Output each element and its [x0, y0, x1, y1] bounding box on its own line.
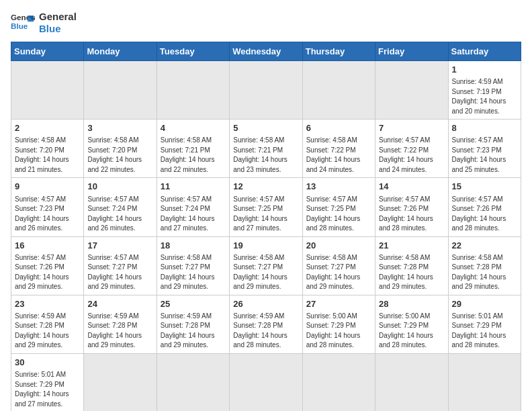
- day-info: Sunrise: 4:58 AM Sunset: 7:20 PM Dayligh…: [87, 136, 152, 175]
- day-info: Sunrise: 4:58 AM Sunset: 7:27 PM Dayligh…: [161, 253, 226, 292]
- day-info: Sunrise: 4:59 AM Sunset: 7:28 PM Dayligh…: [87, 312, 152, 351]
- logo-icon: General Blue: [11, 11, 35, 35]
- day-info: Sunrise: 5:01 AM Sunset: 7:29 PM Dayligh…: [452, 312, 517, 351]
- calendar-cell: 3Sunrise: 4:58 AM Sunset: 7:20 PM Daylig…: [84, 120, 157, 178]
- weekday-header-wednesday: Wednesday: [230, 42, 302, 61]
- day-number: 30: [15, 357, 80, 369]
- calendar-cell: 16Sunrise: 4:57 AM Sunset: 7:26 PM Dayli…: [11, 236, 84, 295]
- day-number: 26: [233, 298, 298, 310]
- day-number: 13: [306, 181, 371, 193]
- day-number: 25: [161, 298, 226, 310]
- calendar-cell: 24Sunrise: 4:59 AM Sunset: 7:28 PM Dayli…: [84, 295, 157, 353]
- calendar-cell: 23Sunrise: 4:59 AM Sunset: 7:28 PM Dayli…: [11, 295, 84, 353]
- calendar-cell: 21Sunrise: 4:58 AM Sunset: 7:28 PM Dayli…: [375, 236, 448, 295]
- day-number: 29: [452, 298, 517, 310]
- day-number: 27: [306, 298, 371, 310]
- day-info: Sunrise: 4:59 AM Sunset: 7:19 PM Dayligh…: [452, 77, 517, 116]
- day-info: Sunrise: 4:57 AM Sunset: 7:25 PM Dayligh…: [306, 195, 371, 234]
- day-number: 28: [379, 298, 444, 310]
- calendar-cell: 18Sunrise: 4:58 AM Sunset: 7:27 PM Dayli…: [157, 236, 229, 295]
- day-number: 18: [161, 240, 226, 252]
- calendar-cell: 27Sunrise: 5:00 AM Sunset: 7:29 PM Dayli…: [302, 295, 375, 353]
- calendar-cell: 17Sunrise: 4:57 AM Sunset: 7:27 PM Dayli…: [84, 236, 157, 295]
- calendar-cell: [84, 61, 157, 120]
- day-info: Sunrise: 5:01 AM Sunset: 7:29 PM Dayligh…: [15, 370, 80, 409]
- calendar-cell: [375, 353, 448, 411]
- day-number: 9: [15, 181, 80, 193]
- calendar-cell: 19Sunrise: 4:58 AM Sunset: 7:27 PM Dayli…: [230, 236, 302, 295]
- day-number: 23: [15, 298, 80, 310]
- day-info: Sunrise: 4:57 AM Sunset: 7:24 PM Dayligh…: [87, 195, 152, 234]
- calendar-week-row: 16Sunrise: 4:57 AM Sunset: 7:26 PM Dayli…: [11, 236, 521, 295]
- calendar-week-row: 23Sunrise: 4:59 AM Sunset: 7:28 PM Dayli…: [11, 295, 521, 353]
- calendar-cell: 29Sunrise: 5:01 AM Sunset: 7:29 PM Dayli…: [448, 295, 521, 353]
- day-number: 16: [15, 240, 80, 252]
- day-number: 7: [379, 122, 444, 134]
- calendar-cell: 25Sunrise: 4:59 AM Sunset: 7:28 PM Dayli…: [157, 295, 229, 353]
- weekday-header-thursday: Thursday: [302, 42, 375, 61]
- day-number: 14: [379, 181, 444, 193]
- logo-blue-text: Blue: [39, 23, 77, 35]
- day-number: 22: [452, 240, 517, 252]
- day-number: 20: [306, 240, 371, 252]
- day-info: Sunrise: 4:58 AM Sunset: 7:21 PM Dayligh…: [161, 136, 226, 175]
- calendar-table: SundayMondayTuesdayWednesdayThursdayFrid…: [11, 42, 521, 411]
- calendar-week-row: 30Sunrise: 5:01 AM Sunset: 7:29 PM Dayli…: [11, 353, 521, 411]
- day-number: 5: [233, 122, 298, 134]
- calendar-cell: 30Sunrise: 5:01 AM Sunset: 7:29 PM Dayli…: [11, 353, 84, 411]
- day-number: 4: [161, 122, 226, 134]
- day-number: 12: [233, 181, 298, 193]
- calendar-cell: 2Sunrise: 4:58 AM Sunset: 7:20 PM Daylig…: [11, 120, 84, 178]
- day-number: 17: [87, 240, 152, 252]
- day-info: Sunrise: 4:57 AM Sunset: 7:26 PM Dayligh…: [15, 253, 80, 292]
- calendar-cell: 13Sunrise: 4:57 AM Sunset: 7:25 PM Dayli…: [302, 178, 375, 236]
- day-info: Sunrise: 4:59 AM Sunset: 7:28 PM Dayligh…: [15, 312, 80, 351]
- calendar-header-row: SundayMondayTuesdayWednesdayThursdayFrid…: [11, 42, 521, 61]
- calendar-cell: 8Sunrise: 4:57 AM Sunset: 7:23 PM Daylig…: [448, 120, 521, 178]
- calendar-cell: [448, 353, 521, 411]
- day-info: Sunrise: 4:57 AM Sunset: 7:26 PM Dayligh…: [379, 195, 444, 234]
- calendar-week-row: 9Sunrise: 4:57 AM Sunset: 7:23 PM Daylig…: [11, 178, 521, 236]
- calendar-cell: 10Sunrise: 4:57 AM Sunset: 7:24 PM Dayli…: [84, 178, 157, 236]
- day-number: 2: [15, 122, 80, 134]
- day-info: Sunrise: 4:58 AM Sunset: 7:27 PM Dayligh…: [233, 253, 298, 292]
- svg-text:Blue: Blue: [11, 21, 28, 30]
- weekday-header-monday: Monday: [84, 42, 157, 61]
- calendar-cell: 4Sunrise: 4:58 AM Sunset: 7:21 PM Daylig…: [157, 120, 229, 178]
- day-info: Sunrise: 4:57 AM Sunset: 7:27 PM Dayligh…: [87, 253, 152, 292]
- day-info: Sunrise: 4:57 AM Sunset: 7:23 PM Dayligh…: [452, 136, 517, 175]
- day-number: 21: [379, 240, 444, 252]
- calendar-cell: 22Sunrise: 4:58 AM Sunset: 7:28 PM Dayli…: [448, 236, 521, 295]
- calendar-cell: [11, 61, 84, 120]
- calendar-cell: 11Sunrise: 4:57 AM Sunset: 7:24 PM Dayli…: [157, 178, 229, 236]
- day-info: Sunrise: 4:57 AM Sunset: 7:26 PM Dayligh…: [452, 195, 517, 234]
- logo: General Blue General Blue: [11, 11, 77, 35]
- calendar-cell: 15Sunrise: 4:57 AM Sunset: 7:26 PM Dayli…: [448, 178, 521, 236]
- day-number: 19: [233, 240, 298, 252]
- day-info: Sunrise: 4:57 AM Sunset: 7:25 PM Dayligh…: [233, 195, 298, 234]
- weekday-header-sunday: Sunday: [11, 42, 84, 61]
- day-info: Sunrise: 4:58 AM Sunset: 7:28 PM Dayligh…: [452, 253, 517, 292]
- calendar-cell: 28Sunrise: 5:00 AM Sunset: 7:29 PM Dayli…: [375, 295, 448, 353]
- calendar-cell: [84, 353, 157, 411]
- day-number: 15: [452, 181, 517, 193]
- calendar-cell: 12Sunrise: 4:57 AM Sunset: 7:25 PM Dayli…: [230, 178, 302, 236]
- calendar-cell: 6Sunrise: 4:58 AM Sunset: 7:22 PM Daylig…: [302, 120, 375, 178]
- day-number: 8: [452, 122, 517, 134]
- day-info: Sunrise: 4:59 AM Sunset: 7:28 PM Dayligh…: [161, 312, 226, 351]
- calendar-cell: [302, 353, 375, 411]
- day-number: 24: [87, 298, 152, 310]
- calendar-cell: 5Sunrise: 4:58 AM Sunset: 7:21 PM Daylig…: [230, 120, 302, 178]
- logo-general-text: General: [39, 11, 77, 23]
- calendar-week-row: 2Sunrise: 4:58 AM Sunset: 7:20 PM Daylig…: [11, 120, 521, 178]
- calendar-cell: [157, 353, 229, 411]
- calendar-cell: [157, 61, 229, 120]
- calendar-cell: 26Sunrise: 4:59 AM Sunset: 7:28 PM Dayli…: [230, 295, 302, 353]
- calendar-cell: [302, 61, 375, 120]
- page-header: General Blue General Blue: [11, 11, 521, 35]
- calendar-cell: 7Sunrise: 4:57 AM Sunset: 7:22 PM Daylig…: [375, 120, 448, 178]
- calendar-cell: 9Sunrise: 4:57 AM Sunset: 7:23 PM Daylig…: [11, 178, 84, 236]
- day-info: Sunrise: 4:57 AM Sunset: 7:23 PM Dayligh…: [15, 195, 80, 234]
- day-number: 1: [452, 64, 517, 76]
- calendar-week-row: 1Sunrise: 4:59 AM Sunset: 7:19 PM Daylig…: [11, 61, 521, 120]
